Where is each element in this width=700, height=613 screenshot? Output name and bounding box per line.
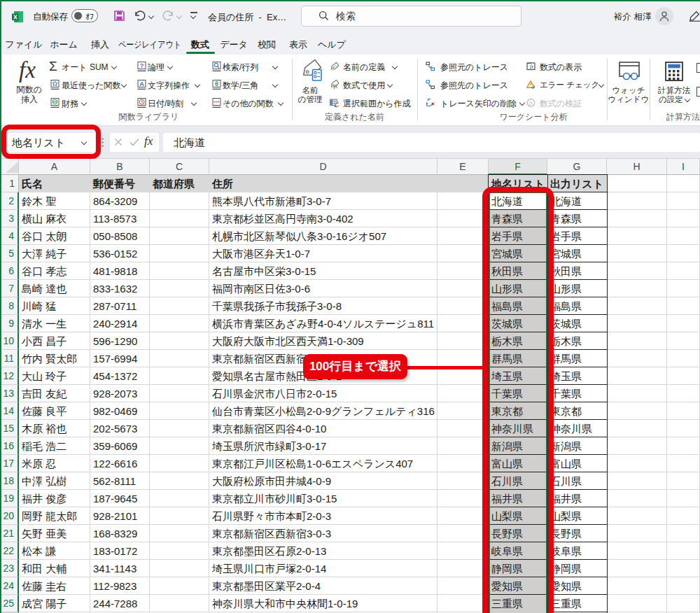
svg-text:fx: fx [530,64,534,70]
svg-text:θ: θ [215,80,218,87]
svg-text:?: ? [140,62,144,69]
svg-text:fx: fx [529,100,533,106]
svg-text:A: A [139,80,144,87]
svg-text:fx: fx [334,83,338,90]
